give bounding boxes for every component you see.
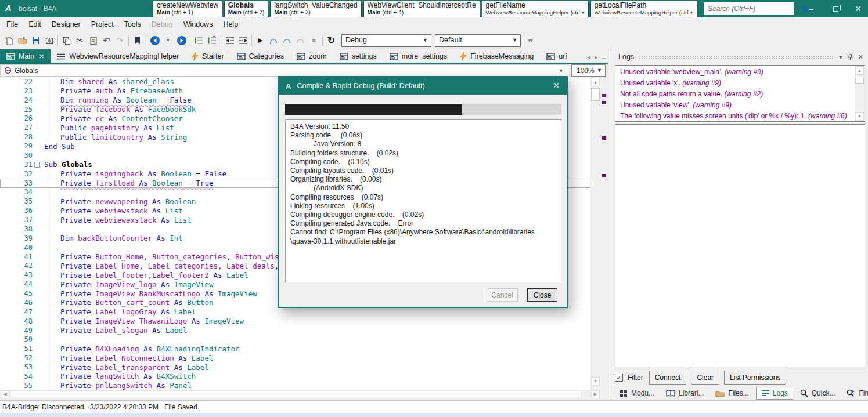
vertical-scroll-thumb[interactable] [855, 77, 864, 84]
step-over-icon[interactable] [280, 34, 294, 47]
bottom-tab-Find All[interactable]: Find All... [842, 387, 868, 399]
quick-jump-getFileName[interactable]: getFileNameWebviewResourceMappingHelper … [482, 1, 589, 17]
tabs-list-menu-icon[interactable]: ≡ [602, 53, 606, 60]
new-file-icon[interactable] [2, 34, 16, 47]
fold-collapse-icon[interactable]: − [34, 162, 40, 168]
comment-icon[interactable] [192, 34, 206, 47]
scroll-up-icon[interactable]: ▲ [591, 78, 600, 86]
nav-back-icon[interactable] [148, 34, 161, 47]
filter-checkbox[interactable]: ✓ [615, 374, 623, 382]
code-line-54[interactable]: 54Private langSwitch As B4XSwitch [0, 372, 590, 381]
quick-jump-WebViewClient_ShouldInterceptRe[interactable]: WebViewClient_ShouldInterceptReMain (ctr… [363, 1, 480, 17]
code-line-48[interactable]: 48Private ImageView_ThawaniLogo As Image… [0, 317, 590, 326]
close-window-button[interactable]: ✕ [849, 0, 867, 17]
bottom-tab-Librari[interactable]: Librari... [661, 387, 708, 399]
close-button[interactable]: Close [527, 288, 557, 302]
sub-navigator-dropdown[interactable]: Globals ▼ [0, 64, 568, 77]
panel-close-icon[interactable]: ✕ [858, 53, 863, 61]
build-profile-select[interactable]: Default▼ [435, 34, 521, 47]
new-module-icon[interactable] [42, 34, 56, 47]
caret-down-icon[interactable]: ▼ [161, 34, 175, 47]
restore-button[interactable] [827, 0, 844, 17]
run-icon[interactable]: ▶ [254, 34, 267, 47]
bookmark-icon[interactable] [131, 34, 144, 47]
menu-windows[interactable]: Windows [178, 18, 218, 31]
log-entry[interactable]: Unused variable 'webview_main'. (warning… [615, 67, 854, 78]
menu-file[interactable]: File [1, 18, 23, 31]
tab-WebviewResourceMappingHelper[interactable]: WebviewResourceMappingHelper [51, 49, 185, 63]
step-into-icon[interactable] [267, 34, 280, 47]
tab-FirebaseMessaging[interactable]: FirebaseMessaging [453, 49, 540, 63]
log-list-scrollbar[interactable]: ▲ ▼ [855, 66, 865, 121]
tabs-scroll-right-icon[interactable]: ▸ [595, 53, 598, 61]
undo-icon[interactable]: ↶ [100, 34, 113, 47]
cut-icon[interactable]: ✂ [73, 34, 87, 47]
tab-Main[interactable]: Main✕ [0, 49, 51, 63]
menu-debug[interactable]: Debug [146, 18, 178, 31]
tab-close-icon[interactable]: ✕ [39, 53, 44, 60]
warning-marker[interactable] [602, 136, 606, 140]
code-line-55[interactable]: 55Private pnlLangSwitch As Panel [0, 381, 590, 390]
menu-tools[interactable]: Tools [119, 18, 146, 31]
cancel-button[interactable]: Cancel [487, 288, 518, 302]
shift-right-icon[interactable] [236, 34, 250, 47]
redo-icon[interactable]: ↷ [113, 34, 127, 47]
clear-button[interactable]: Clear [691, 371, 719, 385]
search-box[interactable] [704, 2, 794, 15]
vertical-scroll-thumb[interactable] [591, 88, 600, 101]
list-permissions-button[interactable]: List Permissions [724, 371, 786, 385]
log-entry[interactable]: Unused variable 'view'. (warning #9) [615, 100, 854, 111]
panel-drag-texture[interactable] [639, 55, 834, 60]
tab-settings[interactable]: settings [333, 49, 383, 63]
code-line-51[interactable]: 51Private B4XLoading As B4XLoadingIndica… [0, 344, 590, 353]
warning-marker[interactable] [602, 101, 606, 104]
panel-pin-icon[interactable] [847, 54, 853, 60]
log-entry[interactable]: The following value misses screen units … [615, 111, 854, 122]
tab-Categories[interactable]: Categories [230, 49, 290, 63]
connect-button[interactable]: Connect [649, 371, 687, 385]
menu-help[interactable]: Help [218, 18, 243, 31]
panel-chevron-down-icon[interactable]: ▾ [839, 53, 842, 61]
editor-horizontal-scrollbar[interactable]: ◀ ▶ [0, 390, 600, 399]
bottom-tab-Modu[interactable]: Modu... [615, 387, 659, 399]
compile-dialog-close-icon[interactable]: ✕ [553, 81, 560, 90]
code-line-49[interactable]: 49Private Label_slogan As Label [0, 326, 590, 335]
quick-jump-Globals[interactable]: GlobalsMain (ctrl + 2) [224, 1, 269, 17]
quick-jump-getLocalFilePath[interactable]: getLocalFilePathWebviewResourceMappingHe… [590, 1, 697, 17]
nav-forward-icon[interactable] [175, 34, 188, 47]
scroll-down-icon[interactable]: ▼ [591, 377, 600, 386]
log-messages-list[interactable]: Unused variable 'webview_main'. (warning… [615, 65, 865, 122]
horizontal-scroll-thumb[interactable] [10, 390, 581, 398]
editor-zoom-select[interactable]: 100% ▼ [571, 64, 606, 77]
search-input[interactable] [704, 5, 801, 13]
code-line-52[interactable]: 52Private Label_NoConnection As Label [0, 353, 590, 362]
bottom-tab-Logs[interactable]: Logs [756, 387, 793, 400]
shift-left-icon[interactable] [223, 34, 236, 47]
log-entry[interactable]: Unused variable 'x'. (warning #9) [615, 78, 854, 89]
tab-Starter[interactable]: Starter [185, 49, 230, 63]
quick-jump-createNewWebview[interactable]: createNewWebviewMain (ctrl + 1) [153, 1, 222, 17]
uncomment-icon[interactable] [206, 34, 219, 47]
copy-icon[interactable] [60, 34, 73, 47]
build-configuration-select[interactable]: Debug▼ [341, 34, 431, 47]
warning-marker[interactable] [602, 94, 606, 97]
minimize-button[interactable]: – [802, 0, 820, 17]
warning-marker[interactable] [602, 174, 606, 177]
log-entry[interactable]: Not all code paths return a value. (warn… [615, 89, 854, 100]
tab-uri[interactable]: uri [540, 49, 573, 63]
code-line-47[interactable]: 47Private Label_logoGray As Label [0, 307, 590, 317]
tab-zoom[interactable]: zoom [290, 49, 333, 63]
toolbar-overflow-icon[interactable]: ▾▾ [521, 34, 534, 47]
menu-project[interactable]: Project [86, 18, 119, 31]
menu-designer[interactable]: Designer [46, 18, 86, 31]
open-folder-icon[interactable] [16, 34, 29, 47]
scroll-down-icon[interactable]: ▼ [855, 112, 864, 121]
restart-icon[interactable]: ↻ [325, 34, 338, 47]
save-icon[interactable] [29, 34, 42, 47]
scroll-left-icon[interactable]: ◀ [1, 390, 9, 398]
menu-edit[interactable]: Edit [23, 18, 46, 31]
editor-vertical-scrollbar[interactable]: ▲ ▼ [590, 77, 600, 386]
step-out-icon[interactable] [294, 34, 307, 47]
tab-more_settings[interactable]: more_settings [383, 49, 454, 63]
bottom-tab-Quick[interactable]: Quick... [795, 387, 840, 399]
